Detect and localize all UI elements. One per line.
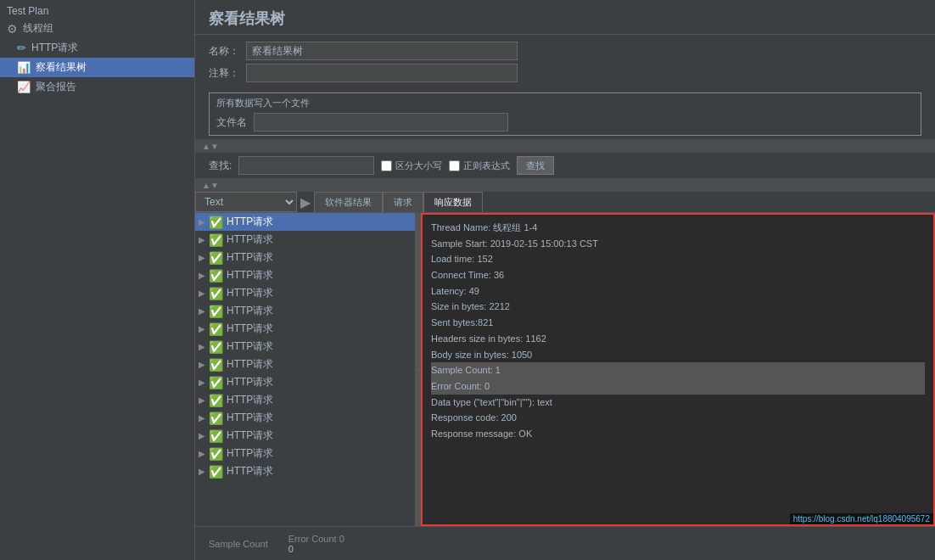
tree-item[interactable]: ▶ ✅ HTTP请求 <box>195 284 415 302</box>
results-body: ▶ ✅ HTTP请求 ▶ ✅ HTTP请求 ▶ ✅ HTTP请求 ▶ ✅ <box>195 213 935 526</box>
tree-item-label: HTTP请求 <box>227 357 273 372</box>
divider-arrows: ▲▼ <box>202 142 219 151</box>
form-area: 名称： 注释： <box>195 35 935 89</box>
tree-item[interactable]: ▶ ✅ HTTP请求 <box>195 302 415 320</box>
tree-icon: 📊 <box>17 61 31 74</box>
detail-error-count: Error Count: 0 <box>431 378 925 395</box>
tree-item[interactable]: ▶ ✅ HTTP请求 <box>195 356 415 373</box>
tree-item[interactable]: ▶ ✅ HTTP请求 <box>195 249 415 266</box>
search-label: 查找: <box>209 159 232 173</box>
search-button[interactable]: 查找 <box>517 156 554 175</box>
tree-item-label: HTTP请求 <box>227 268 273 283</box>
check-icon: ✅ <box>209 269 223 283</box>
tree-item-label: HTTP请求 <box>227 215 273 229</box>
search-row: 查找: 区分大小写 正则表达式 查找 <box>195 153 935 178</box>
gear-icon: ⚙ <box>7 22 18 36</box>
tab-sampler-result[interactable]: 软件器结果 <box>314 192 383 212</box>
tree-item-label: HTTP请求 <box>227 232 273 247</box>
results-area: Text ▶ 软件器结果 请求 响应数据 ▶ ✅ HTTP请求 ▶ ✅ HTTP… <box>195 192 935 560</box>
tree-item[interactable]: ▶ ✅ HTTP请求 <box>195 338 415 356</box>
check-icon: ✅ <box>209 305 223 318</box>
tree-arrow-icon: ▶ <box>199 342 205 351</box>
tree-arrow-icon: ▶ <box>199 271 205 280</box>
tree-item-label: HTTP请求 <box>227 250 273 265</box>
detail-body-size: Body size in bytes: 1050 <box>431 347 925 363</box>
detail-panel: Thread Name: 线程组 1-4 Sample Start: 2019-… <box>421 213 935 526</box>
file-section-label: 所有数据写入一个文件 <box>216 97 914 109</box>
tree-item[interactable]: ▶ ✅ HTTP请求 <box>195 427 415 445</box>
sidebar: Test Plan ⚙ 线程组 ✏ HTTP请求 📊 察看结果树 📈 聚合报告 <box>0 0 195 560</box>
tree-item[interactable]: ▶ ✅ HTTP请求 <box>195 462 415 480</box>
error-count-stat: Error Count 0 0 <box>288 534 344 554</box>
report-icon: 📈 <box>17 81 31 93</box>
sidebar-item-label: 聚合报告 <box>36 80 76 94</box>
tree-item[interactable]: ▶ ✅ HTTP请求 <box>195 373 415 391</box>
tree-arrow-icon: ▶ <box>199 413 205 423</box>
case-sensitive-checkbox[interactable] <box>381 160 392 171</box>
tree-item[interactable]: ▶ ✅ HTTP请求 <box>195 213 415 231</box>
tree-arrow-icon: ▶ <box>199 449 205 458</box>
tree-item[interactable]: ▶ ✅ HTTP请求 <box>195 231 415 249</box>
sidebar-item-result-tree[interactable]: 📊 察看结果树 <box>0 58 194 77</box>
check-icon: ✅ <box>209 412 223 425</box>
bottom-bar: Sample Count Error Count 0 0 <box>195 526 935 560</box>
tree-item-label: HTTP请求 <box>227 286 273 300</box>
tree-item-label: HTTP请求 <box>227 322 273 336</box>
check-icon: ✅ <box>209 429 223 443</box>
regex-group: 正则表达式 <box>449 160 510 172</box>
tree-item[interactable]: ▶ ✅ HTTP请求 <box>195 391 415 409</box>
sidebar-item-label: HTTP请求 <box>31 41 78 55</box>
tree-item[interactable]: ▶ ✅ HTTP请求 <box>195 320 415 338</box>
name-input[interactable] <box>246 42 518 60</box>
tree-item[interactable]: ▶ ✅ HTTP请求 <box>195 409 415 427</box>
regex-checkbox[interactable] <box>449 160 460 171</box>
comment-label: 注释： <box>209 66 239 81</box>
panel-title: 察看结果树 <box>195 0 935 35</box>
sidebar-item-http-request[interactable]: ✏ HTTP请求 <box>0 38 194 58</box>
comment-input[interactable] <box>246 64 518 82</box>
tree-arrow-icon: ▶ <box>199 467 205 476</box>
divider-arrows-2: ▲▼ <box>202 181 219 190</box>
tree-arrow-icon: ▶ <box>199 306 205 316</box>
check-icon: ✅ <box>209 322 223 336</box>
tree-arrow-icon: ▶ <box>199 288 205 298</box>
main-panel: 察看结果树 名称： 注释： 所有数据写入一个文件 文件名 ▲▼ 查找: 区分大小… <box>195 0 935 560</box>
tab-request[interactable]: 请求 <box>383 192 423 212</box>
check-icon: ✅ <box>209 251 223 265</box>
tree-item-label: HTTP请求 <box>227 446 273 461</box>
tab-response-data[interactable]: 响应数据 <box>423 192 483 212</box>
tree-item-label: HTTP请求 <box>227 428 273 443</box>
check-icon: ✅ <box>209 447 223 461</box>
expand-icon: ▶ <box>300 194 311 210</box>
tree-item-label: HTTP请求 <box>227 304 273 318</box>
pencil-icon: ✏ <box>17 42 26 54</box>
file-name-input[interactable] <box>254 113 508 132</box>
detail-connect-time: Connect Time: 36 <box>431 267 925 283</box>
sidebar-title: Test Plan <box>0 3 194 19</box>
tree-arrow-icon: ▶ <box>199 253 205 262</box>
detail-response-message: Response message: OK <box>431 426 925 442</box>
tree-item[interactable]: ▶ ✅ HTTP请求 <box>195 445 415 462</box>
tree-arrow-icon: ▶ <box>199 324 205 333</box>
detail-data-type: Data type ("text"|"bin"|""): text <box>431 395 925 411</box>
check-icon: ✅ <box>209 376 223 389</box>
format-dropdown[interactable]: Text <box>195 192 297 212</box>
file-row: 文件名 <box>216 113 914 132</box>
sidebar-item-label: 线程组 <box>23 21 53 36</box>
detail-headers-size: Headers size in bytes: 1162 <box>431 331 925 347</box>
sidebar-item-thread-group[interactable]: ⚙ 线程组 <box>0 19 194 38</box>
file-name-label: 文件名 <box>216 115 247 130</box>
check-icon: ✅ <box>209 465 223 479</box>
sidebar-item-aggregate-report[interactable]: 📈 聚合报告 <box>0 77 194 97</box>
divider-bar-2: ▲▼ <box>195 178 935 192</box>
tree-item[interactable]: ▶ ✅ HTTP请求 <box>195 266 415 284</box>
tree-arrow-icon: ▶ <box>199 235 205 244</box>
check-icon: ✅ <box>209 394 223 407</box>
divider-bar-1: ▲▼ <box>195 139 935 153</box>
tree-arrow-icon: ▶ <box>199 395 205 405</box>
search-input[interactable] <box>238 156 374 175</box>
tree-list: ▶ ✅ HTTP请求 ▶ ✅ HTTP请求 ▶ ✅ HTTP请求 ▶ ✅ <box>195 213 416 526</box>
tree-arrow-icon: ▶ <box>199 217 205 227</box>
detail-latency: Latency: 49 <box>431 283 925 300</box>
name-row: 名称： <box>209 42 921 60</box>
